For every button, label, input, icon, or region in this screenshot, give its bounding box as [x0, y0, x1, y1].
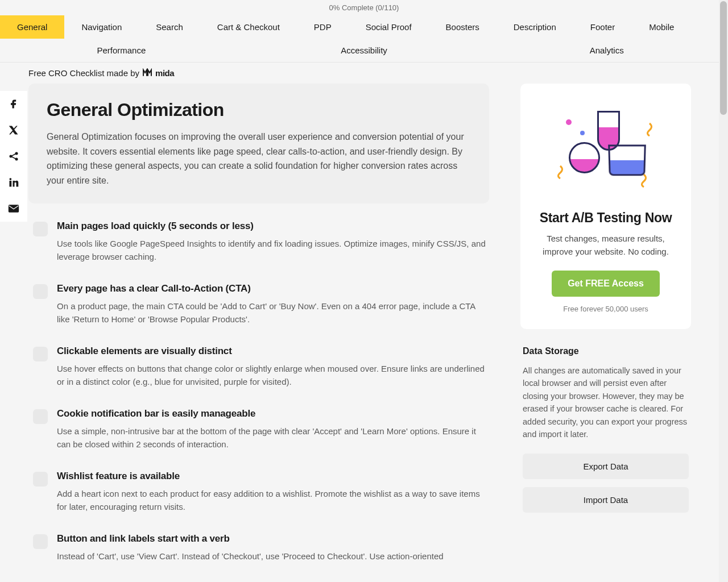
tab-mobile[interactable]: Mobile: [632, 15, 691, 39]
checklist-item: Clickable elements are visually distinct…: [28, 346, 489, 388]
tab-analytics[interactable]: Analytics: [485, 39, 728, 62]
tab-performance[interactable]: Performance: [0, 39, 243, 62]
promo-card: Start A/B Testing Now Test changes, meas…: [520, 84, 691, 329]
checklist-item: Every page has a clear Call-to-Action (C…: [28, 283, 489, 326]
promo-title: Start A/B Testing Now: [534, 210, 677, 226]
scrollbar[interactable]: [719, 0, 728, 582]
storage-title: Data Storage: [523, 346, 689, 356]
info-card: General Optimization General Optimizatio…: [28, 84, 489, 203]
mida-logo-icon: [143, 68, 152, 78]
tab-general[interactable]: General: [0, 15, 64, 39]
tab-pdp[interactable]: PDP: [297, 15, 349, 39]
checklist-title: Main pages load quickly (5 seconds or le…: [57, 221, 489, 232]
facebook-icon[interactable]: [0, 91, 27, 117]
share-sidebar: [0, 91, 27, 222]
checkbox[interactable]: [33, 409, 48, 424]
page-title: General Optimization: [47, 99, 471, 120]
checklist-title: Clickable elements are visually distinct: [57, 346, 489, 357]
tab-footer[interactable]: Footer: [573, 15, 632, 39]
checkbox[interactable]: [33, 284, 48, 299]
checkbox[interactable]: [33, 347, 48, 361]
checkbox[interactable]: [33, 222, 48, 236]
share-icon[interactable]: [0, 143, 27, 169]
import-data-button[interactable]: Import Data: [523, 487, 689, 513]
checklist-item: Cookie notification bar is easily manage…: [28, 408, 489, 451]
promo-disclaimer: Free forever 50,000 users: [534, 305, 677, 313]
checklist-description: Use a simple, non-intrusive bar at the b…: [57, 425, 489, 451]
tab-navigation[interactable]: Navigation: [64, 15, 139, 39]
checkbox[interactable]: [33, 534, 48, 549]
tab-cart-checkout[interactable]: Cart & Checkout: [200, 15, 297, 39]
checklist-description: Add a heart icon next to each product fo…: [57, 488, 489, 513]
export-data-button[interactable]: Export Data: [523, 454, 689, 479]
svg-point-4: [10, 178, 12, 180]
brand-name: mida: [155, 68, 174, 78]
breadcrumb-text: Free CRO Checklist made by: [28, 68, 139, 78]
checklist-description: Instead of 'Cart', use 'View Cart'. Inst…: [57, 550, 444, 563]
checklist-item: Main pages load quickly (5 seconds or le…: [28, 221, 489, 263]
checklist-title: Every page has a clear Call-to-Action (C…: [57, 283, 489, 294]
svg-rect-5: [9, 205, 19, 212]
email-icon[interactable]: [0, 196, 27, 222]
checklist-title: Cookie notification bar is easily manage…: [57, 408, 489, 419]
checklist-item: Wishlist feature is available Add a hear…: [28, 471, 489, 513]
breadcrumb: Free CRO Checklist made by mida: [0, 63, 728, 84]
scrollbar-thumb[interactable]: [720, 1, 727, 115]
tab-boosters[interactable]: Boosters: [429, 15, 497, 39]
flask-illustration: [549, 99, 663, 199]
checklist-description: Use tools like Google PageSpeed Insights…: [57, 238, 489, 263]
promo-subtitle: Test changes, measure results, improve y…: [534, 232, 677, 258]
checkbox[interactable]: [33, 472, 48, 487]
tab-social-proof[interactable]: Social Proof: [349, 15, 429, 39]
checklist-description: On a product page, the main CTA could be…: [57, 300, 489, 326]
storage-section: Data Storage All changes are automatical…: [520, 346, 691, 513]
get-free-access-button[interactable]: Get FREE Access: [552, 271, 660, 297]
tabs-container: General Navigation Search Cart & Checkou…: [0, 15, 728, 63]
svg-rect-3: [10, 181, 12, 187]
checklist-description: Use hover effects on buttons that change…: [57, 363, 489, 388]
tab-accessibility[interactable]: Accessibility: [243, 39, 486, 62]
checklist-title: Button and link labels start with a verb: [57, 533, 444, 544]
checklist-item: Button and link labels start with a verb…: [28, 533, 489, 563]
linkedin-icon[interactable]: [0, 169, 27, 196]
x-twitter-icon[interactable]: [0, 117, 27, 143]
progress-text: 0% Complete (0/110): [0, 0, 728, 15]
storage-description: All changes are automatically saved in y…: [523, 364, 689, 441]
tab-search[interactable]: Search: [139, 15, 200, 39]
tab-description[interactable]: Description: [497, 15, 573, 39]
checklist-title: Wishlist feature is available: [57, 471, 489, 482]
page-description: General Optimization focuses on improvin…: [47, 130, 471, 188]
